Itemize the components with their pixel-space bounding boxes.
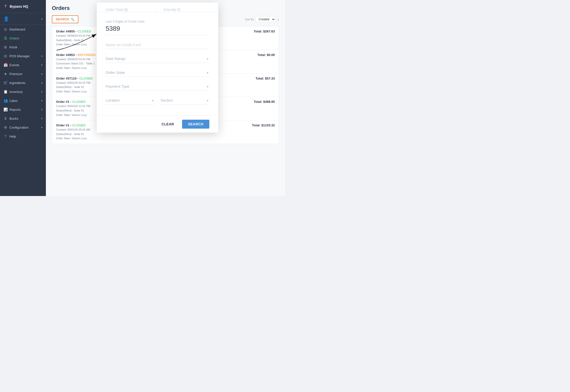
order-total-input[interactable] <box>106 8 151 12</box>
sidebar-label-ingredients: Ingredients <box>9 81 25 85</box>
friendly-id-input[interactable] <box>164 8 210 12</box>
order-info: Order #1 - CLOSED Created: 09/01/20 05:0… <box>56 123 90 141</box>
sidebar-item-left-labor: 👥 Labor <box>3 99 18 103</box>
sidebar-item-reports[interactable]: 📊 Reports ▾ <box>0 105 46 114</box>
sidebar-icon-kiosk: ⊞ <box>3 45 7 49</box>
payment-type-field: Payment Type <box>106 83 209 91</box>
sidebar-icon-labor: 👥 <box>3 99 7 103</box>
chevron-icon-inventory: ▾ <box>41 90 42 93</box>
sidebar-item-left-premium: ★ Premium <box>3 72 22 76</box>
modal-body: Last 4 Digits of Credit Card 5389 Date R… <box>97 12 218 115</box>
sort-select[interactable]: Created <box>255 16 276 23</box>
order-state-wrapper: Order State <box>106 69 209 77</box>
chevron-icon-pos-manager: ▾ <box>41 55 42 57</box>
sort-direction-icon[interactable]: ↓ <box>277 17 279 22</box>
sidebar-icon-ingredients: 🛒 <box>3 81 7 85</box>
location-wrapper: Location <box>106 97 155 105</box>
sidebar-item-premium[interactable]: ★ Premium ▾ <box>0 69 46 78</box>
sidebar-label-bucks: Bucks <box>9 117 18 120</box>
order-info: Order #57110 - CLOSED Created: 09/02/20 … <box>56 77 93 94</box>
sidebar-label-events: Events <box>9 63 19 67</box>
sidebar-label-kiosk: Kiosk <box>9 45 17 49</box>
location-icon: 📍 <box>3 4 8 8</box>
section-select[interactable]: Section <box>160 97 209 105</box>
sidebar-label-dashboard: Dashboard <box>9 28 25 31</box>
section-col: Section <box>160 97 209 105</box>
order-status: CLOSED <box>72 100 86 104</box>
location-col: Location <box>106 97 155 105</box>
name-on-card-input[interactable] <box>106 41 209 49</box>
order-info: Order #1 - CLOSED Created: 09/02/20 12:3… <box>56 100 90 117</box>
sidebar-icon-configuration: ⚙ <box>3 125 7 129</box>
user-icon: 👤 <box>3 16 9 22</box>
sidebar-item-left-bucks: $ Bucks <box>3 116 18 120</box>
sidebar-item-labor[interactable]: 👥 Labor ▾ <box>0 96 46 105</box>
search-button[interactable]: SEARCH 🔍 <box>52 15 78 23</box>
sidebar-item-left-configuration: ⚙ Configuration <box>3 125 29 129</box>
order-state-select[interactable]: Order State <box>106 69 209 77</box>
sidebar-item-left-kiosk: ⊞ Kiosk <box>3 45 17 49</box>
order-total: Total: $1103.32 <box>252 123 275 127</box>
sort-by-area: Sort By Created ↓ <box>245 16 279 23</box>
location-select[interactable]: Location <box>106 97 155 105</box>
sidebar-icon-orders: ☰ <box>3 36 7 40</box>
modal-search-button[interactable]: SEARCH <box>182 120 209 129</box>
sidebar-item-inventory[interactable]: 📋 Inventory ▾ <box>0 87 46 96</box>
sidebar-item-events[interactable]: 📅 Events ▾ <box>0 60 46 69</box>
payment-type-select[interactable]: Payment Type <box>106 83 209 91</box>
sidebar-icon-inventory: 📋 <box>3 90 7 94</box>
name-on-card-field <box>106 41 209 49</box>
sidebar-icon-reports: 📊 <box>3 108 7 112</box>
sidebar-user[interactable]: 👤 ▾ <box>0 13 46 25</box>
sidebar-item-left-reports: 📊 Reports <box>3 108 21 112</box>
sidebar-item-left-inventory: 📋 Inventory <box>3 90 23 94</box>
chevron-icon-premium: ▾ <box>41 73 42 75</box>
search-icon: 🔍 <box>71 18 75 21</box>
sidebar-logo-text: Bypass HQ <box>10 4 28 8</box>
sidebar-label-labor: Labor <box>9 99 18 103</box>
sidebar-label-reports: Reports <box>9 108 21 112</box>
sidebar-item-pos-manager[interactable]: ⊟ POS Manager ▾ <box>0 52 46 60</box>
order-number: Order #1 - CLOSED <box>56 100 90 104</box>
sort-by-label: Sort By <box>245 18 254 21</box>
order-status: CLOSED <box>72 123 86 127</box>
order-total-col <box>106 7 157 12</box>
last4-label: Last 4 Digits of Credit Card <box>106 20 209 23</box>
order-number: Order #4955 - CLOSED <box>56 29 91 33</box>
date-range-field: Date Range <box>106 55 209 63</box>
sidebar-item-left-orders: ☰ Orders <box>3 36 19 40</box>
order-total: Total: $267.63 <box>254 29 275 33</box>
order-meta: Created: 09/02/20 02:52 PM Suites(West) … <box>56 81 93 94</box>
sidebar-item-ingredients[interactable]: 🛒 Ingredients ▾ <box>0 78 46 87</box>
sidebar-item-dashboard[interactable]: ◎ Dashboard <box>0 25 46 34</box>
order-number: Order #57110 - CLOSED <box>56 77 93 80</box>
user-chevron-icon: ▾ <box>41 18 42 20</box>
sidebar-item-help[interactable]: ? Help <box>0 132 46 141</box>
sidebar-item-orders[interactable]: ☰ Orders <box>0 34 46 43</box>
sidebar-nav: ◎ Dashboard ☰ Orders ⊞ Kiosk ⊟ POS Manag… <box>0 25 46 141</box>
sidebar-icon-pos-manager: ⊟ <box>3 54 7 58</box>
search-modal: Last 4 Digits of Credit Card 5389 Date R… <box>97 2 218 133</box>
date-range-select[interactable]: Date Range <box>106 55 209 63</box>
sidebar-logo: 📍 Bypass HQ <box>0 0 46 13</box>
sidebar-item-kiosk[interactable]: ⊞ Kiosk <box>0 43 46 52</box>
sidebar-item-configuration[interactable]: ⚙ Configuration ▾ <box>0 123 46 132</box>
order-meta: Created: 09/01/20 05:01 AM Suites(West) … <box>56 128 90 141</box>
sidebar: 📍 Bypass HQ 👤 ▾ ◎ Dashboard ☰ Orders ⊞ K… <box>0 0 46 196</box>
clear-button[interactable]: CLEAR <box>158 120 178 128</box>
sidebar-item-bucks[interactable]: $ Bucks ▾ <box>0 114 46 123</box>
order-state-field: Order State <box>106 69 209 77</box>
order-status: CLOSED <box>79 77 93 80</box>
order-meta: Created: 09/08/20 03:43 PM Concession St… <box>56 57 95 70</box>
last4-value: 5389 <box>106 25 209 35</box>
order-number: Order #1 - CLOSED <box>56 123 90 127</box>
sidebar-label-configuration: Configuration <box>9 126 29 129</box>
chevron-icon-configuration: ▾ <box>41 126 42 129</box>
sidebar-label-premium: Premium <box>9 72 22 76</box>
order-info: Order #4953 - REFUNDED Created: 09/08/20… <box>56 53 95 70</box>
order-status: REFUNDED <box>78 53 95 57</box>
order-total: Total: $0.00 <box>257 53 275 57</box>
order-meta: Created: 09/02/20 12:31 PM Suites(West) … <box>56 104 90 117</box>
sidebar-item-left-help: ? Help <box>3 134 16 138</box>
section-wrapper: Section <box>160 97 209 105</box>
